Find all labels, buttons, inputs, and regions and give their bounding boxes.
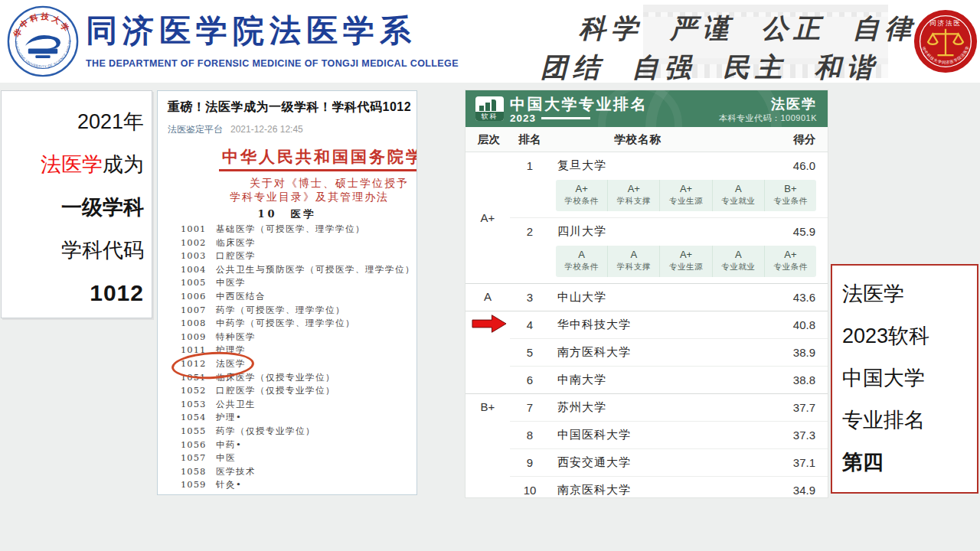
discipline-code: 1052 xyxy=(181,384,208,398)
ranking-row: 9西安交通大学37.1 xyxy=(510,448,828,476)
discipline-name: 口腔医学 xyxy=(216,250,256,261)
rank-cell: 4 xyxy=(510,318,550,331)
indicator-grade: A+ xyxy=(608,183,659,194)
school-cell: 中南大学 xyxy=(550,373,768,387)
ranking-title: 中国大学专业排名 xyxy=(510,94,648,115)
score-cell: 43.6 xyxy=(768,291,828,304)
discipline-name: 中医学 xyxy=(216,277,246,288)
score-cell: 37.7 xyxy=(768,401,828,414)
score-cell: 37.3 xyxy=(768,429,828,442)
discipline-code: 1059 xyxy=(181,478,208,492)
department-heading: 同济医学院法医学系 THE DEPARTMENT OF FORENSIC MED… xyxy=(86,10,459,69)
indicator-badge: A+专业条件 xyxy=(765,246,816,277)
seal-top-text: 同济法医 xyxy=(929,19,962,27)
document-heading-rule xyxy=(219,169,417,171)
discipline-list-item: 1004公共卫生与预防医学（可授医学、理学学位） xyxy=(158,263,416,277)
indicator-label: 专业条件 xyxy=(765,262,816,272)
rank-cell: 7 xyxy=(510,401,550,414)
motto-line-1: 科学 严谨 公正 自律 xyxy=(579,11,917,47)
rank-cell: 10 xyxy=(510,484,550,497)
university-logo-icon: 华中科技大学 HUAZHONG UNIVERSITY OF SCIENCE AN… xyxy=(6,5,80,78)
school-cell: 南京医科大学 xyxy=(550,483,768,497)
ranking-row: 6中南大学38.8 xyxy=(510,366,828,393)
ranking-header: 软科 中国大学专业排名 2023 法医学 本科专业代码：100901K xyxy=(466,90,828,127)
school-cell: 华中科技大学 xyxy=(550,318,768,332)
indicator-badge: A+学科支撑 xyxy=(608,180,660,211)
bar-chart-icon xyxy=(479,99,500,111)
discipline-list-item: 1001基础医学（可授医学、理学学位） xyxy=(158,223,416,236)
indicator-grade: A xyxy=(713,183,764,194)
ranking-body: A+1复旦大学46.0A+学校条件A+学科支撑A+专业生源A专业就业B+专业条件… xyxy=(466,152,828,504)
ranking-row: 5南方医科大学38.9 xyxy=(510,338,828,366)
discipline-list-item: 1005中医学 xyxy=(158,276,416,290)
indicator-badges: A+学校条件A+学科支撑A+专业生源A专业就业B+专业条件 xyxy=(556,180,816,211)
indicator-label: 专业生源 xyxy=(660,262,711,272)
discipline-code: 1057 xyxy=(181,452,208,465)
indicator-grade: A xyxy=(556,249,607,260)
statement-line: 学科代码 xyxy=(2,229,144,272)
ranking-subject-code: 本科专业代码：100901K xyxy=(719,112,817,124)
discipline-name: 医学技术 xyxy=(216,466,256,477)
tier-label: A+ xyxy=(466,152,510,283)
indicator-grade: A xyxy=(608,249,659,260)
article-datetime: 2021-12-26 12:45 xyxy=(230,124,303,135)
indicator-badge: A学科支撑 xyxy=(608,246,660,277)
article-title: 重磅！法医学成为一级学科！学科代码1012 xyxy=(168,99,417,116)
ranking-row: 1复旦大学46.0 xyxy=(510,152,828,179)
indicator-badge: A专业就业 xyxy=(713,180,765,211)
indicator-grade: A+ xyxy=(660,183,711,194)
document-section-heading: 10 医学 xyxy=(158,207,416,221)
statement-line: 一级学科 xyxy=(2,186,144,229)
discipline-list-item: 1009特种医学 xyxy=(158,331,416,344)
rank-cell: 2 xyxy=(510,225,550,238)
score-cell: 45.9 xyxy=(768,225,828,238)
department-subtitle: THE DEPARTMENT OF FORENSIC MEDICINE OF T… xyxy=(86,58,459,69)
score-cell: 46.0 xyxy=(768,159,828,172)
tier-rows: 1复旦大学46.0A+学校条件A+学科支撑A+专业生源A专业就业B+专业条件2四… xyxy=(510,152,828,283)
rank-cell: 8 xyxy=(510,429,550,442)
indicator-badge: A专业就业 xyxy=(713,246,765,277)
indicator-badge: B+专业条件 xyxy=(765,180,816,211)
column-rank: 排名 xyxy=(510,132,550,147)
indicator-label: 专业条件 xyxy=(765,196,816,207)
discipline-list-item: 1006中西医结合 xyxy=(158,290,416,304)
school-cell: 苏州大学 xyxy=(550,400,768,415)
statement-line: 2021年 xyxy=(2,100,144,143)
school-cell: 西安交通大学 xyxy=(550,455,768,470)
indicator-badge: A+学校条件 xyxy=(556,180,608,211)
indicator-label: 学科支撑 xyxy=(608,262,659,272)
article-meta: 法医鉴定平台2021-12-26 12:45 xyxy=(168,123,303,136)
tier-rows: 3中山大学43.6 xyxy=(510,284,828,311)
indicator-label: 专业就业 xyxy=(713,262,764,272)
discipline-list-item: 1052口腔医学（仅授专业学位） xyxy=(158,384,416,398)
ranking-row: 8中国医科大学37.3 xyxy=(510,421,828,448)
ranking-column-header: 层次 排名 学校名称 得分 xyxy=(466,127,828,152)
school-cell: 中国医科大学 xyxy=(550,428,768,442)
discipline-name: 护理• xyxy=(216,412,242,422)
discipline-name: 公共卫生 xyxy=(216,399,256,409)
discipline-code: 1007 xyxy=(181,304,208,318)
school-cell: 复旦大学 xyxy=(550,158,768,173)
indicator-badge: A+专业生源 xyxy=(660,180,712,211)
document-heading: 中华人民共和国国务院学 xyxy=(222,146,417,168)
indicator-label: 学校条件 xyxy=(556,262,607,272)
discipline-code: 1055 xyxy=(181,425,208,439)
left-statement-card: 2021年 法医学成为 一级学科 学科代码 1012 xyxy=(1,90,152,318)
tier-rows: 4华中科技大学40.85南方医科大学38.96中南大学38.8 xyxy=(510,311,828,393)
ranking-row: 7苏州大学37.7 xyxy=(510,394,828,421)
discipline-list-item: 1003口腔医学 xyxy=(158,249,416,263)
indicator-grade: A+ xyxy=(765,249,816,260)
discipline-code: 1003 xyxy=(181,249,208,263)
rank-4-arrow-icon xyxy=(472,314,508,334)
statement-line: 法医学成为 xyxy=(2,143,144,186)
discipline-name: 针灸• xyxy=(216,479,242,490)
discipline-list-item: 1054护理• xyxy=(158,411,416,425)
discipline-code: 1009 xyxy=(181,331,208,344)
column-tier: 层次 xyxy=(466,132,510,147)
ranking-row: 2四川大学45.9 xyxy=(510,217,828,245)
discipline-name: 中西医结合 xyxy=(216,291,266,302)
motto-line-2: 团结 自强 民主 和谐 xyxy=(541,50,917,86)
discipline-list-item: 1059针灸• xyxy=(158,478,416,492)
discipline-list-item: 1056中药• xyxy=(158,439,416,452)
discipline-list-item: 1002临床医学 xyxy=(158,236,416,250)
